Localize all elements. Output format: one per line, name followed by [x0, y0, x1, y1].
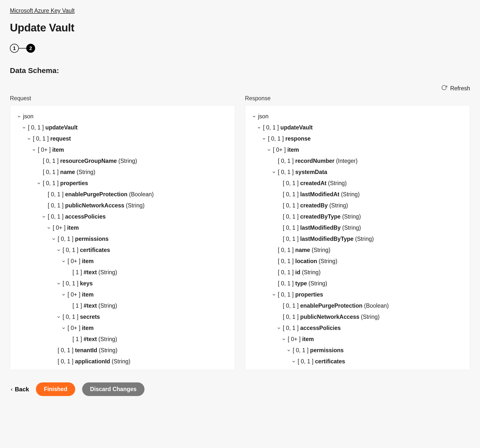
- chevron-down-icon[interactable]: [56, 282, 61, 286]
- tree-node[interactable]: [ 0, 1 ] permissions: [17, 233, 228, 245]
- tree-node-label: [ 0, 1 ] resourceGroupName (String): [43, 158, 137, 164]
- chevron-down-icon[interactable]: [286, 348, 291, 352]
- tree-node[interactable]: [ 0, 1 ] response: [252, 133, 463, 144]
- tree-node[interactable]: [ 0, 1 ] properties: [17, 178, 228, 189]
- tree-node-label: json: [258, 113, 268, 120]
- chevron-down-icon[interactable]: [41, 215, 46, 219]
- back-button[interactable]: Back: [10, 386, 29, 393]
- tree-node[interactable]: [ 0, 1 ] applicationId (String): [17, 356, 228, 367]
- tree-node-label: [ 0, 1 ] updateVault: [263, 124, 313, 131]
- chevron-down-icon[interactable]: [31, 148, 36, 152]
- tree-node[interactable]: [ 0, 1 ] lastModifiedByType (String): [252, 233, 463, 245]
- chevron-down-icon[interactable]: [61, 326, 66, 330]
- tree-node-label: [ 1 ] #text (String): [72, 302, 117, 309]
- chevron-down-icon[interactable]: [22, 126, 26, 130]
- tree-node-label: [ 0, 1 ] certificates: [298, 358, 345, 365]
- tree-node[interactable]: [ 0, 1 ] lastModifiedAt (String): [252, 189, 463, 200]
- refresh-button[interactable]: Refresh: [10, 85, 470, 92]
- tree-node[interactable]: [ 0, 1 ] accessPolicies: [252, 323, 463, 334]
- tree-node[interactable]: [ 0, 1 ] name (String): [17, 167, 228, 178]
- chevron-down-icon[interactable]: [61, 259, 66, 263]
- tree-node[interactable]: [ 0, 1 ] tenantId (String): [17, 345, 228, 356]
- tree-node-label: [ 0+ ] item: [288, 336, 314, 343]
- tree-node[interactable]: [ 1 ] #text (String): [17, 334, 228, 345]
- chevron-down-icon[interactable]: [257, 126, 262, 130]
- tree-node[interactable]: [ 0, 1 ] id (String): [252, 267, 463, 278]
- tree-node-label: [ 0, 1 ] name (String): [278, 247, 330, 253]
- tree-node-label: [ 0+ ] item: [68, 258, 94, 265]
- chevron-down-icon[interactable]: [291, 360, 296, 364]
- tree-node[interactable]: [ 0+ ] item: [17, 144, 228, 155]
- tree-node[interactable]: json: [17, 111, 228, 122]
- tree-node[interactable]: [ 0, 1 ] recordNumber (Integer): [252, 155, 463, 167]
- tree-node-label: [ 0, 1 ] tenantId (String): [58, 347, 118, 354]
- chevron-down-icon[interactable]: [262, 137, 266, 141]
- tree-node[interactable]: [ 0, 1 ] certificates: [252, 356, 463, 367]
- tree-node[interactable]: [ 0, 1 ] createdAt (String): [252, 178, 463, 189]
- tree-node-label: [ 0, 1 ] enablePurgeProtection (Boolean): [283, 302, 389, 309]
- tree-node[interactable]: [ 0, 1 ] resourceGroupName (String): [17, 155, 228, 167]
- response-panel: json[ 0, 1 ] updateVault[ 0, 1 ] respons…: [245, 105, 470, 370]
- tree-node-label: [ 0+ ] item: [53, 224, 79, 231]
- tree-node[interactable]: [ 0, 1 ] publicNetworkAccess (String): [252, 311, 463, 323]
- tree-node[interactable]: [ 1 ] #text (String): [17, 267, 228, 278]
- tree-node[interactable]: [ 0, 1 ] systemData: [252, 167, 463, 178]
- tree-node[interactable]: [ 0+ ] item: [17, 256, 228, 267]
- tree-node[interactable]: [ 0, 1 ] type (String): [252, 278, 463, 289]
- tree-node-label: [ 0, 1 ] publicNetworkAccess (String): [48, 202, 144, 209]
- tree-node[interactable]: [ 0, 1 ] location (String): [252, 256, 463, 267]
- tree-node-label: [ 0, 1 ] location (String): [278, 258, 337, 265]
- chevron-down-icon[interactable]: [271, 293, 276, 297]
- tree-node[interactable]: [ 0, 1 ] updateVault: [17, 122, 228, 133]
- chevron-down-icon[interactable]: [56, 315, 61, 319]
- tree-node[interactable]: [ 0, 1 ] accessPolicies: [17, 211, 228, 222]
- chevron-down-icon[interactable]: [266, 148, 271, 152]
- step-2[interactable]: 2: [26, 44, 35, 53]
- chevron-down-icon[interactable]: [252, 115, 257, 119]
- tree-node-label: [ 0, 1 ] name (String): [43, 169, 95, 175]
- tree-node-label: [ 0, 1 ] enablePurgeProtection (Boolean): [48, 191, 154, 198]
- tree-node[interactable]: [ 1 ] #text (String): [17, 300, 228, 311]
- chevron-down-icon[interactable]: [51, 237, 56, 241]
- tree-node[interactable]: [ 0+ ] item: [252, 334, 463, 345]
- tree-node[interactable]: [ 0, 1 ] name (String): [252, 245, 463, 256]
- tree-node[interactable]: [ 0, 1 ] certificates: [17, 245, 228, 256]
- tree-node-label: [ 0, 1 ] createdAt (String): [283, 180, 347, 187]
- chevron-down-icon[interactable]: [281, 337, 286, 341]
- chevron-down-icon[interactable]: [26, 137, 31, 141]
- discard-button[interactable]: Discard Changes: [82, 382, 144, 396]
- tree-node[interactable]: [ 0, 1 ] keys: [17, 278, 228, 289]
- tree-node[interactable]: json: [252, 111, 463, 122]
- chevron-down-icon[interactable]: [46, 226, 51, 230]
- stepper: 1 2: [10, 44, 470, 53]
- tree-node[interactable]: [ 0+ ] item: [17, 289, 228, 300]
- tree-node-label: [ 1 ] #text (String): [72, 269, 117, 276]
- breadcrumb-link[interactable]: Microsoft Azure Key Vault: [10, 7, 75, 14]
- tree-node[interactable]: [ 0+ ] item: [17, 323, 228, 334]
- finished-button[interactable]: Finished: [36, 382, 75, 396]
- chevron-down-icon[interactable]: [56, 248, 61, 252]
- chevron-down-icon[interactable]: [276, 326, 281, 330]
- tree-node[interactable]: [ 0, 1 ] enablePurgeProtection (Boolean): [252, 300, 463, 311]
- tree-node-label: [ 0, 1 ] keys: [63, 280, 93, 287]
- tree-node[interactable]: [ 0, 1 ] secrets: [17, 311, 228, 323]
- chevron-down-icon[interactable]: [271, 170, 276, 174]
- tree-node[interactable]: [ 0, 1 ] properties: [252, 289, 463, 300]
- chevron-down-icon[interactable]: [36, 181, 41, 185]
- tree-node[interactable]: [ 0, 1 ] publicNetworkAccess (String): [17, 200, 228, 211]
- step-1[interactable]: 1: [10, 44, 19, 53]
- tree-node[interactable]: [ 0, 1 ] enablePurgeProtection (Boolean): [17, 189, 228, 200]
- tree-node[interactable]: [ 0+ ] item: [252, 144, 463, 155]
- tree-node[interactable]: [ 0, 1 ] request: [17, 133, 228, 144]
- tree-node[interactable]: [ 0, 1 ] createdByType (String): [252, 211, 463, 222]
- tree-node[interactable]: [ 0+ ] item: [17, 222, 228, 233]
- refresh-icon: [441, 85, 447, 92]
- chevron-down-icon[interactable]: [61, 293, 66, 297]
- tree-node-label: [ 0+ ] item: [273, 147, 299, 153]
- tree-node[interactable]: [ 0, 1 ] createdBy (String): [252, 200, 463, 211]
- tree-node-label: [ 0, 1 ] updateVault: [28, 124, 78, 131]
- tree-node[interactable]: [ 0, 1 ] permissions: [252, 345, 463, 356]
- chevron-down-icon[interactable]: [17, 115, 22, 119]
- tree-node[interactable]: [ 0, 1 ] updateVault: [252, 122, 463, 133]
- tree-node[interactable]: [ 0, 1 ] lastModifiedBy (String): [252, 222, 463, 233]
